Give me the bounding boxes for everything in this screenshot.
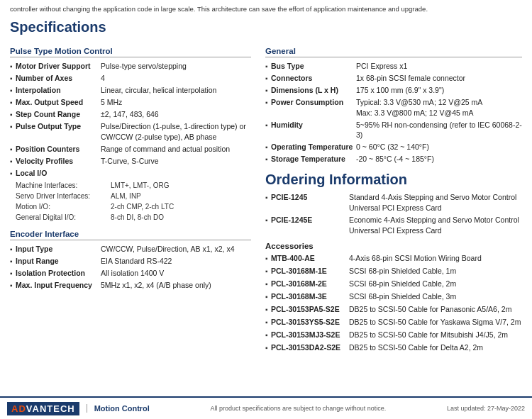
logo-vantech: VANTECH [26, 403, 75, 414]
spec-value: T-Curve, S-Curve [101, 156, 251, 167]
ordering-value: Standard 4-Axis Stepping and Servo Motor… [349, 192, 522, 213]
local-io-block: Machine Interfaces: LMT+, LMT-, ORG Serv… [16, 180, 174, 223]
ordering-label: PCIE-1245 [271, 192, 349, 203]
ordering-label: PCL-30168M-3E [271, 291, 349, 302]
local-io-label: General Digital I/O: [16, 212, 108, 223]
ordering-label: PCL-30153MJ3-S2E [271, 330, 349, 340]
ordering-label: PCL-30168M-2E [271, 279, 349, 289]
bullet: ▪ [265, 318, 271, 328]
accessories-title: Accessories [265, 242, 522, 250]
footer-left: ADVANTECH Motion Control [7, 402, 150, 415]
spec-max-input-freq: ▪ Max. Input Frequency 5MHz x1, x2, x4 (… [10, 280, 251, 291]
spec-label: Position Counters [16, 144, 101, 155]
bullet: ▪ [10, 281, 16, 291]
bullet: ▪ [10, 257, 16, 267]
general-spec-list: ▪ Bus Type PCI Express x1 ▪ Connectors 1… [265, 61, 522, 164]
local-io-label: Servo Driver Interfaces: [16, 191, 108, 201]
bullet: ▪ [10, 62, 16, 72]
ordering-value: DB25 to SCSI-50 Cable for Delta A2, 2m [349, 342, 522, 353]
spec-humidity: ▪ Humidity 5~95% RH non-condensing (refe… [265, 120, 522, 140]
spec-label: Max. Input Frequency [16, 280, 101, 291]
spec-value: 4 [101, 73, 251, 84]
spec-value: Range of command and actual position [101, 144, 251, 155]
bullet: ▪ [265, 74, 271, 84]
spec-label: Power Consumption [271, 97, 356, 108]
bullet: ▪ [265, 98, 271, 108]
spec-pulse-output: ▪ Pulse Output Type Pulse/Direction (1-p… [10, 121, 251, 142]
spec-isolation-protection: ▪ Isolation Protection All isolation 140… [10, 268, 251, 279]
bullet: ▪ [265, 121, 271, 130]
ordering-pcie1245e: ▪ PCIE-1245E Economic 4-Axis Stepping an… [265, 215, 522, 235]
ordering-value: 4-Axis 68-pin SCSI Motion Wiring Board [349, 253, 522, 264]
local-io-value: ALM, INP [111, 191, 141, 201]
spec-input-range: ▪ Input Range EIA Standard RS-422 [10, 256, 251, 267]
local-io-label: Motion I/O: [16, 201, 108, 212]
accessory-panasonic: ▪ PCL-30153PA5-S2E DB25 to SCSI-50 Cable… [265, 304, 522, 315]
spec-input-type: ▪ Input Type CW/CCW, Pulse/Direction, AB… [10, 244, 251, 255]
bullet: ▪ [265, 155, 271, 164]
bullet: ▪ [10, 86, 16, 96]
spec-axes: ▪ Number of Axes 4 [10, 73, 251, 84]
bullet: ▪ [265, 330, 271, 340]
footer-section: Motion Control [87, 404, 150, 413]
spec-label: Input Type [16, 244, 101, 255]
spec-motor-driver: ▪ Motor Driver Support Pulse-type servo/… [10, 61, 251, 72]
bullet: ▪ [265, 305, 271, 315]
footer-note: All product specifications are subject t… [211, 405, 387, 412]
specs-title: Specifications [10, 19, 522, 35]
bullet: ▪ [265, 254, 271, 264]
spec-velocity-profiles: ▪ Velocity Profiles T-Curve, S-Curve [10, 156, 251, 167]
encoder-spec-list: ▪ Input Type CW/CCW, Pulse/Direction, AB… [10, 244, 251, 291]
spec-value: CW/CCW, Pulse/Direction, AB x1, x2, x4 [101, 244, 251, 255]
spec-label: Interpolation [16, 85, 101, 96]
accessory-delta: ▪ PCL-30153DA2-S2E DB25 to SCSI-50 Cable… [265, 342, 522, 353]
bullet: ▪ [10, 110, 16, 120]
local-io-label: Machine Interfaces: [16, 180, 108, 191]
accessory-mitsubishi: ▪ PCL-30153MJ3-S2E DB25 to SCSI-50 Cable… [265, 330, 522, 340]
spec-label: Storage Temperature [271, 154, 356, 164]
bullet: ▪ [10, 269, 16, 279]
spec-label: Local I/O [16, 168, 101, 179]
spec-value: Pulse/Direction (1-pulse, 1-direction ty… [101, 121, 251, 142]
ordering-label: PCL-30168M-1E [271, 266, 349, 276]
footer-note-block: All product specifications are subject t… [211, 405, 387, 412]
accessory-mtb400: ▪ MTB-400-AE 4-Axis 68-pin SCSI Motion W… [265, 253, 522, 264]
spec-bus-type: ▪ Bus Type PCI Express x1 [265, 61, 522, 72]
ordering-label: PCIE-1245E [271, 215, 349, 225]
footer: ADVANTECH Motion Control All product spe… [0, 396, 532, 419]
ordering-value: SCSI 68-pin Shielded Cable, 3m [349, 291, 522, 302]
pulse-section-title: Pulse Type Motion Control [10, 47, 251, 57]
spec-value: All isolation 1400 V [101, 268, 251, 279]
bullet: ▪ [10, 122, 16, 132]
spec-interpolation: ▪ Interpolation Linear, circular, helica… [10, 85, 251, 96]
bullet: ▪ [265, 193, 271, 203]
ordering-list: ▪ PCIE-1245 Standard 4-Axis Stepping and… [265, 192, 522, 236]
bullet: ▪ [265, 267, 271, 276]
accessories-list: ▪ MTB-400-AE 4-Axis 68-pin SCSI Motion W… [265, 253, 522, 353]
ordering-label: PCL-30153YS5-S2E [271, 317, 349, 328]
local-io-value: 2-ch CMP, 2-ch LTC [111, 201, 174, 212]
ordering-title: Ordering Information [265, 172, 522, 188]
left-column: Pulse Type Motion Control ▪ Motor Driver… [10, 41, 251, 355]
local-io-row: Machine Interfaces: LMT+, LMT-, ORG [16, 180, 174, 191]
spec-value: Pulse-type servo/stepping [101, 61, 251, 72]
spec-operating-temp: ▪ Operating Temperature 0 ~ 60°C (32 ~ 1… [265, 142, 522, 152]
local-io-row: General Digital I/O: 8-ch DI, 8-ch DO [16, 212, 174, 223]
encoder-section-title: Encoder Interface [10, 230, 251, 240]
ordering-pcie1245: ▪ PCIE-1245 Standard 4-Axis Stepping and… [265, 192, 522, 213]
accessory-pcl1e: ▪ PCL-30168M-1E SCSI 68-pin Shielded Cab… [265, 266, 522, 276]
bullet: ▪ [265, 279, 271, 289]
spec-local-io: ▪ Local I/O Machine Interfaces: LMT+, LM… [10, 168, 251, 224]
spec-dimensions: ▪ Dimensions (L x H) 175 x 100 mm (6.9" … [265, 85, 522, 96]
spec-label: Step Count Range [16, 109, 101, 120]
bullet: ▪ [10, 145, 16, 155]
spec-label: Operating Temperature [271, 142, 356, 152]
spec-value: 5 MHz [101, 97, 251, 108]
accessory-pcl2e: ▪ PCL-30168M-2E SCSI 68-pin Shielded Cab… [265, 279, 522, 289]
spec-position-counters: ▪ Position Counters Range of command and… [10, 144, 251, 155]
top-note: controller without changing the applicat… [0, 0, 532, 16]
ordering-label: PCL-30153PA5-S2E [271, 304, 349, 315]
spec-power-consumption: ▪ Power Consumption Typical: 3.3 V@530 m… [265, 97, 522, 118]
spec-label: Isolation Protection [16, 268, 101, 279]
accessory-pcl3e: ▪ PCL-30168M-3E SCSI 68-pin Shielded Cab… [265, 291, 522, 302]
